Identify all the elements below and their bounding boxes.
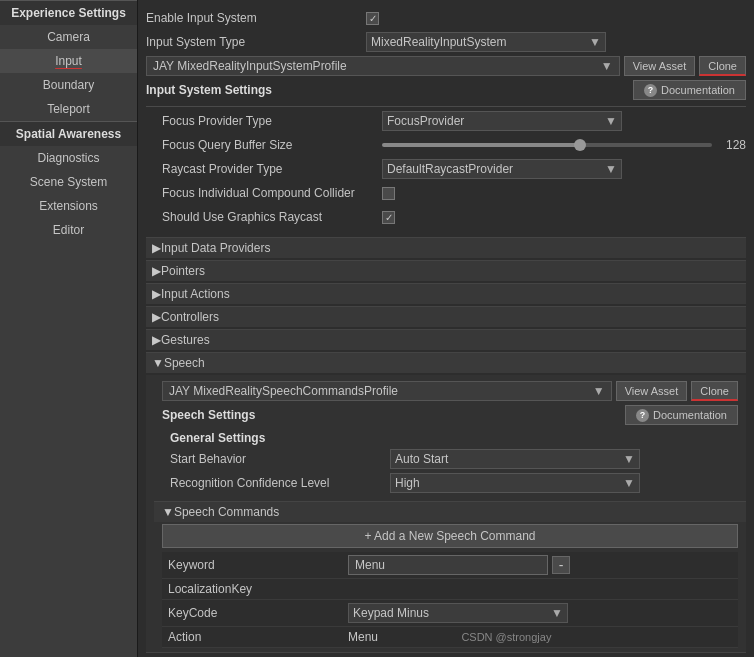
focus-query-buffer-value: 128 xyxy=(382,138,746,152)
pointers-arrow: ▶ xyxy=(152,264,161,278)
start-behavior-dropdown[interactable]: Auto Start ▼ xyxy=(390,449,640,469)
speech-content: JAY MixedRealitySpeechCommandsProfile ▼ … xyxy=(146,375,746,653)
input-system-type-label: Input System Type xyxy=(146,35,366,49)
start-behavior-row: Start Behavior Auto Start ▼ xyxy=(170,449,738,469)
add-command-button[interactable]: + Add a New Speech Command xyxy=(162,524,738,548)
keycode-dropdown[interactable]: Keypad Minus ▼ xyxy=(348,603,568,623)
remove-keyword-button[interactable]: - xyxy=(552,556,570,574)
localization-key-label: LocalizationKey xyxy=(162,579,342,600)
controllers-arrow: ▶ xyxy=(152,310,161,324)
separator-1 xyxy=(146,106,746,107)
focus-query-slider-container: 128 xyxy=(382,138,746,152)
speech-commands-label: Speech Commands xyxy=(174,505,279,519)
controllers-section[interactable]: ▶ Controllers xyxy=(146,306,746,327)
speech-profile-arrow: ▼ xyxy=(593,384,605,398)
input-actions-arrow: ▶ xyxy=(152,287,161,301)
keyword-input[interactable] xyxy=(348,555,548,575)
recognition-confidence-arrow: ▼ xyxy=(623,476,635,490)
focus-query-slider-handle xyxy=(574,139,586,151)
input-system-type-arrow: ▼ xyxy=(589,35,601,49)
pointers-label: Pointers xyxy=(161,264,205,278)
speech-view-asset-button[interactable]: View Asset xyxy=(616,381,688,401)
input-system-settings-header: Input System Settings ? Documentation xyxy=(146,80,746,100)
input-data-providers-section[interactable]: ▶ Input Data Providers xyxy=(146,237,746,258)
sidebar-item-input[interactable]: Input xyxy=(0,49,137,73)
should-use-graphics-label: Should Use Graphics Raycast xyxy=(162,210,382,224)
keyword-table: Keyword - LocalizationKey KeyCode Keypad… xyxy=(162,552,738,648)
focus-provider-dropdown[interactable]: FocusProvider ▼ xyxy=(382,111,622,131)
enable-input-system-value xyxy=(366,12,746,25)
input-actions-label: Input Actions xyxy=(161,287,230,301)
recognition-confidence-dropdown[interactable]: High ▼ xyxy=(390,473,640,493)
should-use-graphics-value xyxy=(382,211,746,224)
input-data-providers-label: Input Data Providers xyxy=(161,241,270,255)
sidebar-item-camera[interactable]: Camera xyxy=(0,25,137,49)
controllers-label: Controllers xyxy=(161,310,219,324)
keycode-label: KeyCode xyxy=(162,600,342,627)
keycode-row: KeyCode Keypad Minus ▼ xyxy=(162,600,738,627)
sidebar-item-spatial-awareness[interactable]: Spatial Awareness xyxy=(0,121,137,146)
localization-key-row: LocalizationKey xyxy=(162,579,738,600)
clone-button[interactable]: Clone xyxy=(699,56,746,76)
focus-query-slider[interactable] xyxy=(382,143,712,147)
recognition-confidence-label: Recognition Confidence Level xyxy=(170,476,390,490)
sidebar-item-editor[interactable]: Editor xyxy=(0,218,137,242)
keycode-arrow: ▼ xyxy=(551,606,563,620)
input-system-type-value: MixedRealityInputSystem ▼ xyxy=(366,32,746,52)
profile-row: JAY MixedRealityInputSystemProfile ▼ Vie… xyxy=(146,56,746,76)
focus-individual-checkbox[interactable] xyxy=(382,187,395,200)
sidebar-item-diagnostics[interactable]: Diagnostics xyxy=(0,146,137,170)
speech-documentation-button[interactable]: ? Documentation xyxy=(625,405,738,425)
input-documentation-button[interactable]: ? Documentation xyxy=(633,80,746,100)
sidebar-item-experience-settings[interactable]: Experience Settings xyxy=(0,0,137,25)
sidebar-item-extensions[interactable]: Extensions xyxy=(0,194,137,218)
speech-commands-section[interactable]: ▼ Speech Commands xyxy=(154,501,746,522)
speech-help-icon: ? xyxy=(636,409,649,422)
start-behavior-label: Start Behavior xyxy=(170,452,390,466)
focus-individual-value xyxy=(382,187,746,200)
raycast-provider-type-value: DefaultRaycastProvider ▼ xyxy=(382,159,746,179)
focus-provider-type-value: FocusProvider ▼ xyxy=(382,111,746,131)
recognition-confidence-value: High ▼ xyxy=(390,473,738,493)
keyword-value-cell: - xyxy=(342,552,738,579)
main-content: Enable Input System Input System Type Mi… xyxy=(138,0,754,657)
sidebar-item-boundary[interactable]: Boundary xyxy=(0,73,137,97)
speech-profile-row: JAY MixedRealitySpeechCommandsProfile ▼ … xyxy=(162,381,738,401)
focus-query-buffer-value-text: 128 xyxy=(718,138,746,152)
speech-settings-header: Speech Settings ? Documentation xyxy=(162,405,738,425)
input-system-settings-title: Input System Settings xyxy=(146,83,272,97)
start-behavior-arrow: ▼ xyxy=(623,452,635,466)
view-asset-button[interactable]: View Asset xyxy=(624,56,696,76)
speech-profile-dropdown[interactable]: JAY MixedRealitySpeechCommandsProfile ▼ xyxy=(162,381,612,401)
should-use-graphics-checkbox[interactable] xyxy=(382,211,395,224)
gestures-section[interactable]: ▶ Gestures xyxy=(146,329,746,350)
focus-individual-row: Focus Individual Compound Collider xyxy=(146,183,746,203)
speech-settings-title: Speech Settings xyxy=(162,408,255,422)
sidebar-item-scene-system[interactable]: Scene System xyxy=(0,170,137,194)
raycast-provider-type-label: Raycast Provider Type xyxy=(162,162,382,176)
raycast-provider-dropdown[interactable]: DefaultRaycastProvider ▼ xyxy=(382,159,622,179)
pointers-section[interactable]: ▶ Pointers xyxy=(146,260,746,281)
sidebar: Experience Settings Camera Input Boundar… xyxy=(0,0,138,657)
focus-provider-arrow: ▼ xyxy=(605,114,617,128)
focus-individual-label: Focus Individual Compound Collider xyxy=(162,186,382,200)
raycast-provider-type-row: Raycast Provider Type DefaultRaycastProv… xyxy=(146,159,746,179)
focus-provider-type-row: Focus Provider Type FocusProvider ▼ xyxy=(146,111,746,131)
speech-section-header[interactable]: ▼ Speech xyxy=(146,352,746,373)
speech-clone-button[interactable]: Clone xyxy=(691,381,738,401)
action-value-cell: Menu CSDN @strongjay xyxy=(342,627,738,648)
enable-input-system-checkbox[interactable] xyxy=(366,12,379,25)
profile-dropdown[interactable]: JAY MixedRealityInputSystemProfile ▼ xyxy=(146,56,620,76)
speech-label: Speech xyxy=(164,356,205,370)
raycast-provider-arrow: ▼ xyxy=(605,162,617,176)
start-behavior-value: Auto Start ▼ xyxy=(390,449,738,469)
focus-query-buffer-row: Focus Query Buffer Size 128 xyxy=(146,135,746,155)
localization-key-value xyxy=(342,579,738,600)
recognition-confidence-row: Recognition Confidence Level High ▼ xyxy=(170,473,738,493)
sidebar-item-teleport[interactable]: Teleport xyxy=(0,97,137,121)
input-system-type-dropdown[interactable]: MixedRealityInputSystem ▼ xyxy=(366,32,606,52)
enable-input-system-label: Enable Input System xyxy=(146,11,366,25)
input-actions-section[interactable]: ▶ Input Actions xyxy=(146,283,746,304)
input-system-type-row: Input System Type MixedRealityInputSyste… xyxy=(146,32,746,52)
input-data-providers-arrow: ▶ xyxy=(152,241,161,255)
